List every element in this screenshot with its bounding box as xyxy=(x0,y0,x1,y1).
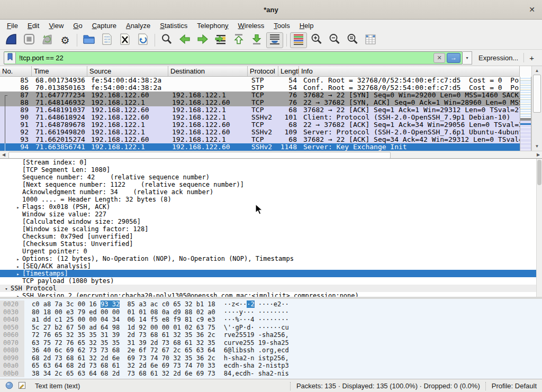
hex-row[interactable]: 00a065 63 64 68 2d 73 68 61 32 2d 6e 69 … xyxy=(0,362,542,370)
filter-apply-button[interactable]: → xyxy=(447,53,460,63)
filter-bookmark-button[interactable] xyxy=(4,52,16,63)
scroll-up-icon[interactable]: ▲ xyxy=(532,67,542,75)
menu-view[interactable]: View xyxy=(44,21,68,31)
detail-row[interactable]: ▸[SEQ/ACK analysis] xyxy=(0,262,542,270)
column-header-length[interactable]: Length xyxy=(278,66,299,76)
detail-row[interactable]: 1000 .... = Header Length: 32 bytes (8) xyxy=(0,196,542,203)
intelligent-scrollbar-minimap[interactable] xyxy=(520,77,531,151)
go-to-top-button[interactable] xyxy=(230,32,247,48)
packet-row[interactable]: 8771.647777234192.168.122.60192.168.122.… xyxy=(0,92,520,99)
filter-history-dropdown[interactable]: ▾ xyxy=(463,51,472,65)
restart-capture-button[interactable] xyxy=(39,32,56,48)
tree-collapsed-icon[interactable]: ▸ xyxy=(14,256,22,263)
zoom-in-button[interactable] xyxy=(308,32,325,48)
detail-row[interactable]: [Calculated window size: 29056] xyxy=(0,218,542,225)
tree-collapsed-icon[interactable]: ▸ xyxy=(14,270,22,278)
scroll-down-icon[interactable]: ▼ xyxy=(532,142,542,150)
filter-clear-button[interactable]: ✕ xyxy=(433,53,445,63)
detail-row[interactable]: ▸Flags: 0x018 (PSH, ACK) xyxy=(0,203,542,211)
menu-capture[interactable]: Capture xyxy=(87,21,121,31)
detail-row[interactable]: ▸Options: (12 bytes), No-Operation (NOP)… xyxy=(0,255,542,262)
hex-dump[interactable]: 0020c0 a8 7a 3c 00 16 93 32 85 a3 ac c0 … xyxy=(0,300,542,377)
close-file-button[interactable] xyxy=(116,32,133,48)
hex-row[interactable]: 0020c0 a8 7a 3c 00 16 93 32 85 a3 ac c0 … xyxy=(0,300,542,308)
menu-wireless[interactable]: Wireless xyxy=(233,21,269,31)
close-button[interactable]: ✕ xyxy=(527,5,537,14)
packet-row[interactable]: 8568.001734936fe:54:00:d4:38:2aSTP54Conf… xyxy=(0,77,520,84)
menu-go[interactable]: Go xyxy=(68,21,87,31)
go-to-bottom-button[interactable] xyxy=(248,32,265,48)
hex-row[interactable]: 006072 76 65 32 35 35 31 39 2d 73 68 61 … xyxy=(0,331,542,339)
tree-collapsed-icon[interactable]: ▸ xyxy=(14,263,22,270)
go-back-button[interactable] xyxy=(176,32,193,48)
column-header-time[interactable]: Time xyxy=(32,66,87,76)
expert-info-button[interactable] xyxy=(5,381,13,391)
find-packet-button[interactable] xyxy=(158,32,175,48)
packet-row[interactable]: 9371.662015274192.168.122.60192.168.122.… xyxy=(0,136,520,143)
detail-row[interactable]: [TCP Segment Len: 1080] xyxy=(0,166,542,174)
status-profile[interactable]: Profile: Default xyxy=(492,382,537,390)
detail-row[interactable]: ▸SSH Version 2 (encryption:chacha20-poly… xyxy=(0,292,542,297)
colorize-button[interactable] xyxy=(290,32,307,48)
resize-columns-button[interactable] xyxy=(362,32,379,48)
menu-edit[interactable]: Edit xyxy=(23,21,44,31)
packet-row[interactable]: 8670.013850163fe:54:00:d4:38:2aSTP54Conf… xyxy=(0,84,520,92)
open-file-button[interactable] xyxy=(80,32,97,48)
column-header-protocol[interactable]: Protocol xyxy=(248,66,278,76)
hex-row[interactable]: 007063 75 72 76 65 32 35 35 31 39 2d 73 … xyxy=(0,339,542,347)
reload-file-button[interactable] xyxy=(134,32,151,48)
packet-row[interactable]: 8871.648146932192.168.122.1192.168.122.6… xyxy=(0,99,520,106)
zoom-out-button[interactable] xyxy=(326,32,343,48)
detail-row[interactable]: [Window size scaling factor: 128] xyxy=(0,225,542,233)
hex-row[interactable]: 003080 18 00 e3 79 ed 00 00 01 01 08 0a … xyxy=(0,308,542,316)
menu-file[interactable]: File xyxy=(2,21,23,31)
column-header-no[interactable]: No. xyxy=(0,66,32,76)
detail-row[interactable]: Urgent pointer: 0 xyxy=(0,248,542,255)
tree-expanded-icon[interactable]: ▾ xyxy=(2,285,11,293)
go-forward-button[interactable] xyxy=(194,32,211,48)
hex-row[interactable]: 009068 2d 73 68 61 32 2d 6e 69 73 74 70 … xyxy=(0,354,542,362)
detail-row[interactable]: Window size value: 227 xyxy=(0,211,542,218)
scroll-left-icon[interactable]: ◀ xyxy=(0,151,7,158)
detail-row[interactable]: [Stream index: 0] xyxy=(0,159,542,166)
auto-scroll-button[interactable] xyxy=(266,32,283,48)
stop-capture-button[interactable] xyxy=(21,32,38,48)
save-file-button[interactable]: 010101100011 xyxy=(98,32,115,48)
packet-row[interactable]: 9271.661949820192.168.122.1192.168.122.6… xyxy=(0,129,520,136)
hex-row[interactable]: 00b038 34 2c 65 63 64 68 2d 73 68 61 32 … xyxy=(0,370,542,378)
detail-row[interactable]: Sequence number: 42 (relative sequence n… xyxy=(0,174,542,181)
display-filter-input[interactable]: !tcp.port == 22 ✕ → xyxy=(4,51,463,65)
menu-help[interactable]: Help xyxy=(295,21,319,31)
menu-telephony[interactable]: Telephony xyxy=(192,21,233,31)
menu-analyze[interactable]: Analyze xyxy=(121,21,155,31)
packet-list-hscrollbar[interactable]: ◀ ▶ xyxy=(0,151,542,158)
detail-row[interactable]: [Checksum Status: Unverified] xyxy=(0,240,542,248)
start-capture-button[interactable] xyxy=(3,32,20,48)
packet-list-vscrollbar[interactable]: ▲ ▼ xyxy=(531,66,542,151)
go-to-packet-button[interactable] xyxy=(212,32,229,48)
detail-row[interactable]: TCP payload (1080 bytes) xyxy=(0,277,542,285)
detail-scroll-thumb[interactable] xyxy=(537,160,541,185)
hex-row[interactable]: 008036 40 6c 69 62 73 73 68 2e 6f 72 67 … xyxy=(0,347,542,354)
detail-row[interactable]: ▾SSH Protocol xyxy=(0,285,542,292)
scroll-right-icon[interactable]: ▶ xyxy=(535,151,542,158)
detail-row[interactable]: ▸[Timestamps] xyxy=(0,270,542,277)
capture-comment-button[interactable] xyxy=(18,381,26,391)
column-header-destination[interactable]: Destination xyxy=(168,66,248,76)
filter-add-button[interactable]: + xyxy=(529,53,534,62)
column-header-source[interactable]: Source xyxy=(87,66,168,76)
hex-row[interactable]: 0040a1 dd c1 25 00 00 04 34 06 14 f5 e8 … xyxy=(0,316,542,324)
tree-collapsed-icon[interactable]: ▸ xyxy=(14,293,22,297)
detail-vscrollbar[interactable] xyxy=(536,159,542,297)
detail-row[interactable]: Checksum: 0x79ed [unverified] xyxy=(0,233,542,240)
detail-row[interactable]: [Next sequence number: 1122 (relative se… xyxy=(0,181,542,188)
menu-tools[interactable]: Tools xyxy=(269,21,294,31)
packet-row[interactable]: 9471.663856741192.168.122.1192.168.122.6… xyxy=(0,143,520,151)
vscrollbar-thumb[interactable] xyxy=(533,75,541,113)
hex-row[interactable]: 00505c 27 b2 67 50 ad 64 98 1d 92 00 00 … xyxy=(0,324,542,332)
column-header-info[interactable]: Info xyxy=(299,66,520,76)
menu-statistics[interactable]: Statistics xyxy=(155,21,192,31)
titlebar[interactable]: *any ✕ xyxy=(0,0,542,20)
capture-options-button[interactable]: ⚙ xyxy=(57,32,74,48)
filter-expression-text[interactable]: !tcp.port == 22 xyxy=(16,54,433,62)
